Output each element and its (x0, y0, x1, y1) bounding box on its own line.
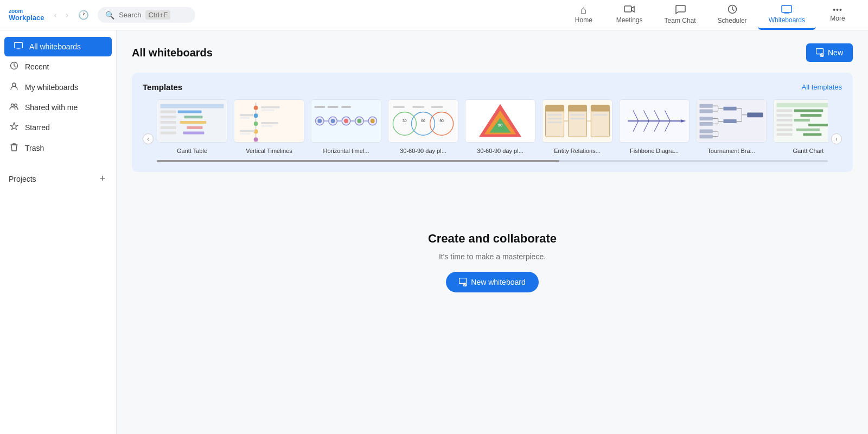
sidebar-starred-label: Starred (25, 123, 50, 132)
top-nav: ⌂ Home Meetings Team Chat Scheduler Wh (562, 0, 859, 30)
template-name-vertical-timelines: Vertical Timelines (246, 147, 292, 155)
template-horizontal-timeline[interactable]: Horizontal timel... (311, 99, 381, 155)
svg-text:90: 90 (439, 119, 444, 123)
nav-more[interactable]: ••• More (816, 2, 859, 28)
svg-rect-99 (700, 117, 713, 120)
svg-rect-111 (723, 107, 736, 111)
svg-rect-20 (161, 132, 176, 135)
svg-rect-131 (777, 129, 793, 131)
svg-rect-82 (593, 114, 607, 116)
search-shortcut: Ctrl+F (145, 10, 170, 20)
svg-point-50 (357, 119, 361, 123)
nav-scheduler[interactable]: Scheduler (707, 0, 758, 30)
template-vertical-timelines[interactable]: Vertical Timelines (234, 99, 304, 155)
template-name-tournament-bracket: Tournament Bra... (707, 147, 755, 155)
trash-icon (9, 143, 20, 154)
svg-rect-124 (794, 110, 824, 112)
new-button-label: New (828, 48, 843, 57)
sidebar-item-all-whiteboards[interactable]: All whiteboards (4, 37, 112, 56)
svg-rect-14 (161, 116, 176, 118)
all-templates-link[interactable]: All templates (802, 83, 842, 91)
all-whiteboards-icon (13, 42, 24, 52)
svg-rect-63 (413, 106, 424, 108)
svg-rect-22 (235, 100, 304, 142)
svg-rect-80 (570, 114, 584, 116)
new-whiteboard-button[interactable]: New whiteboard (446, 272, 538, 292)
sidebar-recent-label: Recent (25, 62, 49, 71)
template-thumb-gantt-chart (773, 99, 828, 143)
svg-rect-122 (777, 103, 828, 107)
nav-home-label: Home (575, 16, 592, 24)
svg-text:90: 90 (498, 123, 503, 127)
svg-rect-19 (187, 126, 202, 129)
svg-rect-139 (459, 278, 467, 284)
search-box[interactable]: 🔍 Search Ctrl+F (98, 7, 195, 23)
svg-rect-32 (240, 117, 250, 119)
svg-rect-54 (341, 106, 351, 108)
logo: zoom Workplace (9, 8, 44, 22)
main-header: All whiteboards New (132, 43, 853, 62)
search-label: Search (119, 11, 141, 19)
nav-whiteboards[interactable]: Whiteboards (758, 0, 816, 30)
new-whiteboard-label: New whiteboard (471, 278, 525, 286)
svg-point-26 (254, 122, 258, 126)
svg-rect-16 (161, 121, 176, 124)
empty-title: Create and collaborate (428, 232, 557, 246)
svg-rect-0 (624, 6, 631, 12)
new-button[interactable]: New (806, 43, 853, 62)
templates-scroll: Gantt Table (157, 99, 828, 162)
svg-rect-129 (777, 124, 793, 126)
template-thumb-fishbone (619, 99, 690, 143)
svg-rect-30 (261, 110, 274, 111)
template-fishbone[interactable]: Fishbone Diagra... (619, 99, 690, 155)
history-button[interactable]: 🕐 (74, 8, 93, 22)
shared-icon (9, 103, 20, 112)
template-tournament-bracket[interactable]: Tournament Bra... (696, 99, 767, 155)
add-project-button[interactable]: + (97, 172, 107, 186)
projects-label: Projects (9, 175, 36, 183)
svg-rect-64 (431, 106, 443, 108)
nav-home[interactable]: ⌂ Home (562, 0, 605, 30)
projects-row[interactable]: Projects + (0, 167, 116, 190)
template-entity-relations[interactable]: Entity Relations... (542, 99, 612, 155)
back-button[interactable]: ‹ (51, 8, 60, 22)
sidebar-item-recent[interactable]: Recent (0, 56, 116, 77)
nav-team-chat-label: Team Chat (665, 17, 696, 24)
svg-rect-79 (547, 122, 561, 123)
svg-rect-31 (240, 114, 253, 116)
template-30-60-90-1[interactable]: 30 60 90 30-60-90 day pl... (388, 99, 458, 155)
svg-rect-3 (15, 43, 23, 48)
projects-section: Projects + (0, 167, 116, 190)
search-icon: 🔍 (105, 11, 114, 20)
sidebar-item-trash[interactable]: Trash (0, 138, 116, 158)
nav-team-chat[interactable]: Team Chat (654, 0, 707, 30)
template-gantt-chart[interactable]: Gantt Chart (773, 99, 828, 155)
svg-rect-62 (393, 106, 404, 108)
svg-rect-100 (700, 122, 713, 126)
template-30-60-90-2[interactable]: 90 30-60-90 day pl... (465, 99, 535, 155)
svg-rect-36 (240, 133, 251, 135)
svg-rect-133 (777, 133, 793, 136)
template-name-horizontal-timeline: Horizontal timel... (323, 147, 369, 155)
template-gantt-table[interactable]: Gantt Table (157, 99, 227, 155)
nav-scheduler-label: Scheduler (718, 17, 747, 24)
sidebar-item-shared-with-me[interactable]: Shared with me (0, 98, 116, 117)
svg-point-28 (254, 137, 258, 142)
svg-rect-15 (184, 116, 202, 118)
svg-rect-33 (261, 122, 278, 124)
topbar: zoom Workplace ‹ › 🕐 🔍 Search Ctrl+F ⌂ H… (0, 0, 868, 30)
sidebar-item-starred[interactable]: Starred (0, 117, 116, 138)
sidebar: All whiteboards Recent My whiteboards Sh… (0, 30, 117, 434)
sidebar-all-whiteboards-label: All whiteboards (29, 42, 81, 51)
scroll-right-button[interactable]: › (831, 133, 842, 144)
svg-rect-125 (777, 114, 793, 117)
nav-meetings[interactable]: Meetings (605, 0, 654, 30)
forward-button[interactable]: › (62, 8, 72, 22)
svg-point-6 (11, 104, 14, 107)
scroll-left-button[interactable]: ‹ (143, 133, 154, 144)
svg-text:60: 60 (421, 119, 425, 123)
template-thumb-30-60-90-2: 90 (465, 99, 535, 143)
svg-rect-18 (161, 126, 176, 129)
sidebar-item-my-whiteboards[interactable]: My whiteboards (0, 77, 116, 98)
my-whiteboards-icon (9, 82, 20, 93)
